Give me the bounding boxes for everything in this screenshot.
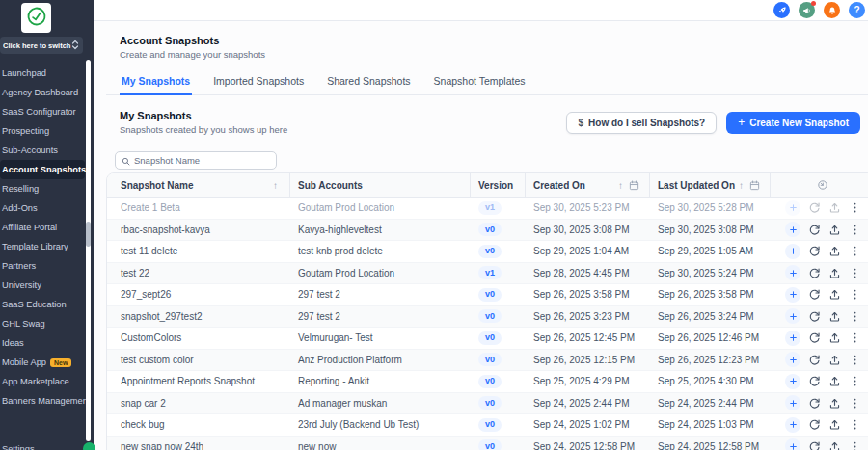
online-indicator[interactable] [83,442,95,450]
snapshot-name-cell[interactable]: test custom color [107,355,290,365]
sidebar-item-template-library[interactable]: Template Library [0,237,85,256]
snapshot-name-cell[interactable]: CustomColors [107,332,290,343]
column-created-on[interactable]: Created On ↑ [526,173,650,197]
import-snapshot-button[interactable] [785,265,800,280]
snapshot-name-cell[interactable]: test 11 delete [107,246,290,256]
refresh-snapshot-button[interactable] [808,440,821,450]
snapshot-name-cell[interactable]: snap car 2 [107,398,290,409]
how-to-sell-button[interactable]: $ How do I sell Snapshots? [566,112,717,134]
version-badge[interactable]: v0 [478,245,502,258]
sidebar-item-affiliate-portal[interactable]: Affiliate Portal [0,218,85,237]
create-new-snapshot-button[interactable]: + Create New Snapshot [726,112,860,134]
rocket-button[interactable] [773,2,790,18]
version-badge[interactable]: v1 [478,201,502,215]
refresh-snapshot-button[interactable] [808,201,821,214]
row-menu-button[interactable] [849,310,861,323]
table-row[interactable]: CustomColors Velmurugan- Test v0 Sep 26,… [107,328,868,350]
row-menu-button[interactable] [849,224,861,236]
sidebar-item-ideas[interactable]: Ideas [0,333,85,353]
table-row[interactable]: snapshot_297test2 297 test 2 v0 Sep 26, … [107,306,868,329]
snapshot-name-cell[interactable]: 297_sept26 [107,289,290,300]
push-snapshot-button[interactable] [828,397,841,410]
table-row[interactable]: Appointment Reports Snapshot Reporting -… [107,371,868,393]
row-menu-button[interactable] [849,375,861,387]
refresh-snapshot-button[interactable] [808,288,821,301]
row-menu-button[interactable] [849,331,861,344]
sidebar-scrollbar-thumb[interactable] [86,222,91,247]
search-input[interactable] [134,155,270,166]
refresh-snapshot-button[interactable] [808,375,821,387]
sidebar-item-launchpad[interactable]: Launchpad [0,64,85,83]
table-row[interactable]: test 22 Goutam Prod Location v1 Sep 28, … [107,263,868,285]
snapshot-name-cell[interactable]: Appointment Reports Snapshot [107,376,290,386]
snapshot-name-cell[interactable]: Create 1 Beta [107,202,290,213]
import-snapshot-button[interactable] [785,438,800,450]
table-row[interactable]: new snap now 24th new now v0 Sep 24, 202… [107,437,868,450]
push-snapshot-button[interactable] [828,331,841,344]
version-badge[interactable]: v0 [478,223,502,236]
import-snapshot-button[interactable] [785,352,800,367]
push-snapshot-button[interactable] [828,354,841,366]
account-switcher[interactable]: Click here to switch [0,37,83,54]
sidebar-item-account-snapshots[interactable]: Account Snapshots [0,160,85,179]
import-snapshot-button[interactable] [785,417,800,433]
refresh-snapshot-button[interactable] [808,310,821,323]
sidebar-item-banners-management[interactable]: Banners Management [0,391,85,410]
sidebar-item-mobile-app[interactable]: Mobile App New [0,353,85,372]
import-snapshot-button[interactable] [785,374,800,389]
push-snapshot-button[interactable] [828,201,841,214]
import-snapshot-button[interactable] [785,395,800,410]
column-last-updated-on[interactable]: Last Updated On ↑ [650,173,771,197]
tab-imported-snapshots[interactable]: Imported Snapshots [211,71,306,95]
tab-shared-snapshots[interactable]: Shared Snapshots [325,71,412,95]
calendar-icon[interactable] [749,180,760,191]
row-menu-button[interactable] [849,267,861,279]
sidebar-item-partners[interactable]: Partners [0,256,85,276]
refresh-snapshot-button[interactable] [808,331,821,344]
version-badge[interactable]: v0 [478,288,502,302]
sidebar-scrollbar[interactable] [86,60,91,441]
refresh-snapshot-button[interactable] [808,224,821,236]
table-row[interactable]: test 11 delete test knb prod delete v0 S… [107,241,868,263]
agency-logo[interactable] [21,3,51,33]
announcements-button[interactable] [799,2,815,18]
table-row[interactable]: check bug 23rd July (Backend Ub Test) v0… [107,414,868,437]
import-snapshot-button[interactable] [785,244,800,259]
sidebar-item-reselling[interactable]: Reselling [0,179,85,199]
sidebar-item-ghl-swag[interactable]: GHL Swag [0,314,85,333]
table-row[interactable]: rbac-snapshot-kavya Kavya-highleveltest … [107,220,868,242]
refresh-snapshot-button[interactable] [808,397,821,410]
refresh-snapshot-button[interactable] [808,354,821,366]
sidebar-item-sub-accounts[interactable]: Sub-Accounts [0,141,85,160]
sidebar-item-app-marketplace[interactable]: App Marketplace [0,372,85,391]
table-row[interactable]: test custom color Anz Production Platfor… [107,350,868,372]
import-snapshot-button[interactable] [785,308,800,324]
row-menu-button[interactable] [849,245,861,257]
table-row[interactable]: 297_sept26 297 test 2 v0 Sep 26, 2025 3:… [107,284,868,306]
version-badge[interactable]: v0 [478,331,502,345]
row-menu-button[interactable] [849,201,861,214]
import-snapshot-button[interactable] [785,200,800,216]
snapshot-name-cell[interactable]: new snap now 24th [107,441,290,450]
notifications-button[interactable] [824,2,840,18]
sidebar-item-prospecting[interactable]: Prospecting [0,121,85,141]
push-snapshot-button[interactable] [828,418,841,431]
push-snapshot-button[interactable] [828,245,841,257]
push-snapshot-button[interactable] [828,310,841,323]
version-badge[interactable]: v0 [478,375,502,388]
snapshot-name-cell[interactable]: check bug [107,419,290,430]
version-badge[interactable]: v0 [478,309,502,323]
sort-arrow-up-icon[interactable]: ↑ [273,180,278,191]
row-menu-button[interactable] [849,288,861,301]
import-snapshot-button[interactable] [785,287,800,303]
sidebar-item-saas-configurator[interactable]: SaaS Configurator [0,102,85,121]
sidebar-item-agency-dashboard[interactable]: Agency Dashboard [0,83,85,102]
snapshot-name-cell[interactable]: snapshot_297test2 [107,311,290,322]
refresh-snapshot-button[interactable] [808,245,821,257]
version-badge[interactable]: v0 [478,418,502,432]
version-badge[interactable]: v0 [478,396,502,410]
tab-my-snapshots[interactable]: My Snapshots [120,71,192,95]
sort-arrow-up-icon[interactable]: ↑ [618,180,623,191]
push-snapshot-button[interactable] [828,224,841,236]
sidebar-item-add-ons[interactable]: Add-Ons [0,199,85,218]
